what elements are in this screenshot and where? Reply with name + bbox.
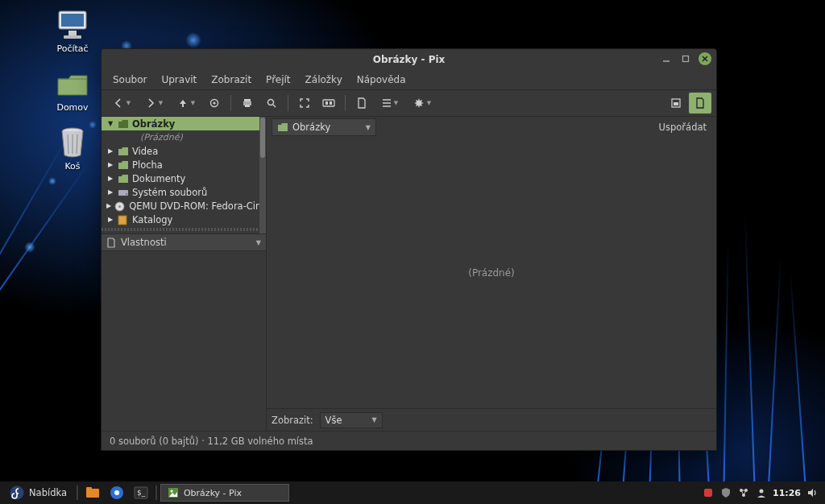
tree-resize-handle[interactable] xyxy=(102,228,266,231)
tree-node[interactable]: ▶Plocha xyxy=(102,158,266,171)
svg-rect-31 xyxy=(118,216,126,225)
svg-text:$_: $_ xyxy=(137,489,146,497)
folder-icon xyxy=(118,160,129,170)
tree-node[interactable]: ▶Katalogy xyxy=(102,213,266,226)
taskbar-separator xyxy=(155,485,157,500)
trash-icon xyxy=(56,126,89,159)
taskbar: Nabídka $_ Obrázky - Pix 11:26 xyxy=(0,481,825,504)
tree-node-label: QEMU DVD-ROM: Fedora-Cinnamon-… xyxy=(129,200,266,212)
svg-point-28 xyxy=(126,193,127,195)
expand-icon: ▶ xyxy=(106,202,111,209)
menu-file[interactable]: Soubor xyxy=(106,72,153,88)
svg-rect-1 xyxy=(61,14,84,27)
breadcrumb-label: Obrázky xyxy=(292,122,330,133)
svg-rect-14 xyxy=(244,99,251,101)
chevron-down-icon: ▼ xyxy=(371,416,376,423)
view-mode-button[interactable]: ▼ xyxy=(375,93,405,114)
menu-go[interactable]: Přejít xyxy=(259,72,296,88)
edit-toggle-button[interactable] xyxy=(689,93,711,114)
launcher-files[interactable] xyxy=(81,483,104,502)
nav-forward-button[interactable]: ▼ xyxy=(139,93,169,114)
maximize-button[interactable] xyxy=(679,52,692,65)
tree-node-label: Dokumenty xyxy=(132,173,185,184)
disc-icon xyxy=(114,201,126,211)
minimize-button[interactable] xyxy=(660,52,673,65)
desktop-icon-home[interactable]: Domov xyxy=(40,67,105,113)
main-pane: Obrázky ▼ Uspořádat (Prázdné) Zobrazit: … xyxy=(267,117,716,431)
tray-shield-icon[interactable] xyxy=(719,486,732,499)
toolbar-separator xyxy=(345,95,346,111)
location-bar: Obrázky ▼ Uspořádat xyxy=(267,117,716,138)
tree-node[interactable]: ▶QEMU DVD-ROM: Fedora-Cinnamon-… xyxy=(102,199,266,213)
tree-node[interactable]: ▶Dokumenty xyxy=(102,171,266,185)
tree-node-label: Videa xyxy=(132,146,158,157)
desktop-icon-label: Koš xyxy=(64,161,80,171)
menu-help[interactable]: Nápověda xyxy=(350,72,412,88)
svg-rect-26 xyxy=(674,102,678,105)
filter-label: Zobrazit: xyxy=(272,415,313,426)
tray-volume-icon[interactable] xyxy=(806,486,819,499)
tree-node-selected[interactable]: ▼ Obrázky xyxy=(102,117,266,130)
tray-network-icon[interactable] xyxy=(737,486,750,499)
tree-node[interactable]: ▶Videa xyxy=(102,144,266,158)
slideshow-button[interactable] xyxy=(317,93,340,114)
breadcrumb[interactable]: Obrázky ▼ xyxy=(272,118,376,136)
start-menu-button[interactable]: Nabídka xyxy=(3,483,73,502)
folder-icon xyxy=(118,119,129,129)
tree-node-label: Systém souborů xyxy=(132,187,207,198)
tray-user-icon[interactable] xyxy=(755,486,768,499)
tree-node[interactable]: ▶Systém souborů xyxy=(102,185,266,199)
print-button[interactable] xyxy=(236,93,259,114)
nav-home-button[interactable] xyxy=(203,93,226,114)
sort-button[interactable]: Uspořádat xyxy=(654,119,711,135)
expand-icon: ▶ xyxy=(106,161,114,168)
clock[interactable]: 11:26 xyxy=(773,488,801,498)
toolbar-separator xyxy=(230,95,231,111)
svg-rect-21 xyxy=(330,101,332,105)
new-file-button[interactable] xyxy=(350,93,373,114)
tree-empty-hint: (Prázdné) xyxy=(102,130,266,144)
desktop-icon-computer[interactable]: Počítač xyxy=(40,8,105,54)
tree-node-label: Obrázky xyxy=(132,118,175,130)
svg-point-45 xyxy=(759,490,763,494)
folder-tree: ▼ Obrázky (Prázdné) ▶Videa ▶Plocha ▶Doku… xyxy=(102,117,266,233)
properties-title: Vlastnosti xyxy=(121,237,167,248)
properties-panel-header[interactable]: Vlastnosti ▼ xyxy=(102,233,266,251)
start-menu-label: Nabídka xyxy=(29,487,67,498)
titlebar[interactable]: Obrázky - Pix xyxy=(102,49,716,70)
sidebar: ▼ Obrázky (Prázdné) ▶Videa ▶Plocha ▶Doku… xyxy=(102,117,267,431)
svg-line-18 xyxy=(273,105,276,107)
nav-up-button[interactable]: ▼ xyxy=(171,93,201,114)
toolbar-separator xyxy=(288,95,288,111)
fedora-logo-icon xyxy=(10,485,24,500)
menu-bookmarks[interactable]: Záložky xyxy=(299,72,349,88)
svg-rect-19 xyxy=(323,100,334,106)
expand-icon: ▶ xyxy=(106,147,114,155)
launcher-terminal[interactable]: $_ xyxy=(130,483,152,502)
fullscreen-button[interactable] xyxy=(293,93,316,114)
home-folder-icon xyxy=(56,67,89,101)
filter-combo[interactable]: Vše ▼ xyxy=(320,412,383,428)
svg-point-17 xyxy=(268,100,274,105)
status-text: 0 souborů (0 bajtů) · 11,2 GB volného mí… xyxy=(110,436,313,447)
desktop-icon-label: Počítač xyxy=(56,43,88,54)
search-button[interactable] xyxy=(260,93,283,114)
desktop-icon-trash[interactable]: Koš xyxy=(40,126,105,171)
svg-point-36 xyxy=(114,490,119,495)
file-view[interactable]: (Prázdné) xyxy=(267,138,716,408)
taskbar-window-button[interactable]: Obrázky - Pix xyxy=(160,484,289,502)
tray-update-icon[interactable] xyxy=(702,486,715,499)
menu-view[interactable]: Zobrazit xyxy=(205,72,258,88)
taskbar-window-label: Obrázky - Pix xyxy=(184,488,242,498)
launcher-browser[interactable] xyxy=(106,483,128,502)
filter-value: Vše xyxy=(325,415,342,426)
system-tray: 11:26 xyxy=(702,486,822,499)
svg-rect-16 xyxy=(245,105,250,107)
tools-button[interactable]: ▼ xyxy=(407,93,437,114)
close-button[interactable] xyxy=(699,52,711,65)
tree-scrollbar[interactable] xyxy=(259,117,266,233)
nav-back-button[interactable]: ▼ xyxy=(106,93,137,114)
properties-toggle-button[interactable] xyxy=(665,93,687,114)
svg-rect-2 xyxy=(68,31,77,35)
menu-edit[interactable]: Upravit xyxy=(155,72,203,88)
